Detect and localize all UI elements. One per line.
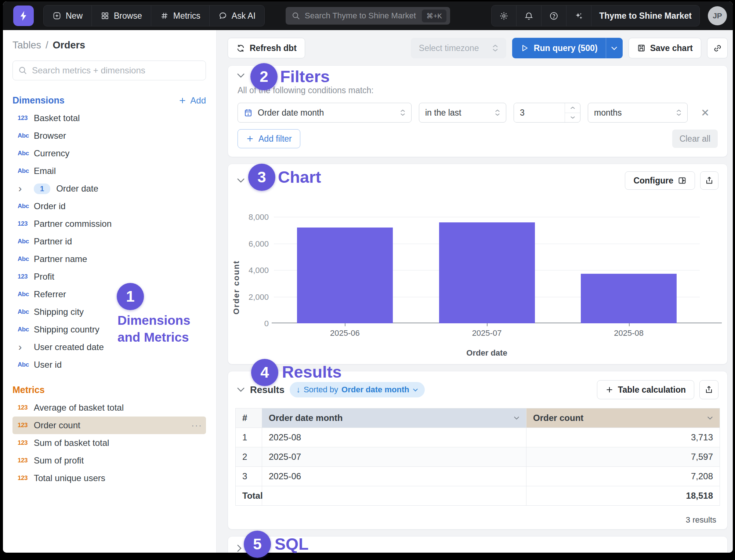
stepper-up-icon[interactable] (565, 103, 580, 113)
hash-icon (160, 11, 169, 20)
expand-sql-icon[interactable] (237, 544, 242, 552)
sidebar-item-partner-commission[interactable]: 123Partner commission (12, 215, 206, 233)
fields-search-input[interactable] (32, 65, 200, 76)
number-type-icon: 123 (18, 439, 34, 447)
more-options-icon[interactable]: ··· (191, 420, 202, 430)
table-row[interactable]: 22025-077,597 (236, 447, 720, 467)
sidebar-item-browser[interactable]: AbcBrowser (12, 127, 206, 145)
sidebar-item-partner-name[interactable]: AbcPartner name (12, 250, 206, 268)
collapse-results-icon[interactable] (237, 387, 245, 392)
sidebar-item-profit[interactable]: 123Profit (12, 268, 206, 286)
bar-2025-07[interactable] (439, 222, 535, 323)
run-query-dropdown[interactable] (606, 38, 623, 58)
add-filter-button[interactable]: Add filter (238, 129, 300, 148)
app-logo[interactable] (13, 6, 34, 26)
chevron-down-icon[interactable] (707, 416, 713, 420)
help-button[interactable] (541, 6, 566, 26)
filter-field-value: Order date month (258, 108, 324, 118)
chevron-right-icon[interactable]: › (18, 183, 34, 194)
nav-browse-label: Browse (114, 11, 142, 21)
share-link-button[interactable] (707, 38, 728, 58)
configure-chart-button[interactable]: Configure (625, 171, 695, 190)
bar-2025-06[interactable] (297, 228, 393, 323)
y-axis-tick-label: 0 (236, 319, 269, 328)
row-count-cell[interactable]: 3,713 (526, 428, 720, 447)
add-dimension-label: Add (190, 95, 206, 106)
sidebar-item-total-unique-users[interactable]: 123Total unique users (12, 469, 206, 487)
chart-plot-area[interactable]: 02,0004,0006,0008,000 (274, 217, 700, 323)
nav-browse-button[interactable]: Browse (91, 6, 151, 26)
sidebar-item-sum-of-basket-total[interactable]: 123Sum of basket total (12, 434, 206, 452)
chevron-right-icon[interactable]: › (18, 342, 34, 352)
chevron-down-icon[interactable] (514, 416, 519, 420)
string-type-icon: Abc (18, 203, 34, 210)
table-calculation-button[interactable]: Table calculation (597, 380, 694, 399)
row-month-cell[interactable]: 2025-08 (262, 428, 526, 447)
annotation-number: 2 (260, 68, 268, 86)
timezone-select[interactable]: Select timezone (411, 38, 506, 58)
ai-sparkles-button[interactable] (566, 6, 591, 26)
notifications-button[interactable] (516, 6, 541, 26)
table-row[interactable]: 32025-067,208 (236, 467, 720, 486)
filter-unit-select[interactable]: months (588, 103, 688, 123)
field-label: Partner commission (34, 219, 112, 229)
remove-filter-button[interactable]: ✕ (701, 107, 709, 119)
table-row[interactable]: 12025-083,713 (236, 428, 720, 447)
sorted-by-pill[interactable]: ↓ Sorted by Order date month (290, 382, 425, 397)
nav-ask-ai-button[interactable]: Ask AI (209, 6, 264, 26)
sidebar-item-email[interactable]: AbcEmail (12, 162, 206, 180)
settings-button[interactable] (492, 6, 516, 26)
export-results-button[interactable] (699, 380, 718, 399)
number-type-icon: 123 (18, 220, 34, 228)
run-query-button[interactable]: Run query (500) (512, 38, 623, 58)
column-header-month[interactable]: Order date month (262, 408, 526, 428)
filter-value-input[interactable] (514, 103, 565, 122)
breadcrumb-tables-link[interactable]: Tables (12, 40, 41, 51)
field-label: Order id (34, 201, 66, 211)
clear-all-label: Clear all (680, 134, 710, 143)
field-label: Currency (34, 148, 69, 159)
org-switcher[interactable]: Thyme to Shine Market (591, 6, 699, 26)
sidebar-item-basket-total[interactable]: 123Basket total (12, 109, 206, 127)
search-icon (18, 66, 28, 75)
sidebar-item-average-of-basket-total[interactable]: 123Average of basket total (12, 399, 206, 417)
refresh-dbt-button[interactable]: Refresh dbt (228, 38, 305, 58)
sidebar-item-referrer[interactable]: AbcReferrer (12, 286, 206, 303)
field-label: Email (34, 166, 56, 176)
nav-new-button[interactable]: New (44, 6, 91, 26)
row-month-cell[interactable]: 2025-07 (262, 447, 526, 467)
sidebar-item-sum-of-profit[interactable]: 123Sum of profit (12, 452, 206, 469)
help-icon (549, 11, 558, 21)
export-chart-button[interactable] (700, 171, 718, 190)
select-chevrons-icon (495, 109, 500, 116)
nav-metrics-button[interactable]: Metrics (151, 6, 209, 26)
sidebar-item-order-id[interactable]: AbcOrder id (12, 197, 206, 215)
filter-field-select[interactable]: Order date month (238, 103, 412, 123)
clear-all-button[interactable]: Clear all (672, 130, 718, 148)
save-chart-button[interactable]: Save chart (629, 38, 701, 58)
global-search-input[interactable] (305, 11, 417, 21)
collapse-filters-icon[interactable] (237, 73, 245, 78)
fields-search[interactable] (12, 61, 206, 80)
global-search[interactable]: ⌘+K (286, 7, 450, 25)
filter-operator-select[interactable]: in the last (419, 103, 506, 123)
add-dimension-button[interactable]: Add (178, 95, 206, 106)
row-count-cell[interactable]: 7,597 (526, 447, 720, 467)
number-type-icon: 123 (18, 474, 34, 482)
bar-2025-08[interactable] (581, 274, 677, 323)
sidebar-item-order-date[interactable]: ›1Order date (12, 180, 206, 197)
column-header-count[interactable]: Order count (526, 408, 720, 428)
gear-icon (499, 11, 508, 21)
sidebar-item-currency[interactable]: AbcCurrency (12, 145, 206, 162)
row-month-cell[interactable]: 2025-06 (262, 467, 526, 486)
annotation-step-4-label: Results (282, 363, 342, 382)
stepper-down-icon[interactable] (565, 113, 580, 123)
user-avatar[interactable]: JP (708, 6, 727, 25)
collapse-chart-icon[interactable] (237, 178, 245, 183)
sidebar-item-user-id[interactable]: AbcUser id (12, 356, 206, 374)
row-count-cell[interactable]: 7,208 (526, 467, 720, 486)
calendar-icon (244, 108, 253, 117)
sidebar-item-partner-id[interactable]: AbcPartner id (12, 233, 206, 250)
sidebar-item-order-count[interactable]: 123Order count··· (12, 417, 206, 434)
column-header-count-label: Order count (533, 413, 583, 423)
